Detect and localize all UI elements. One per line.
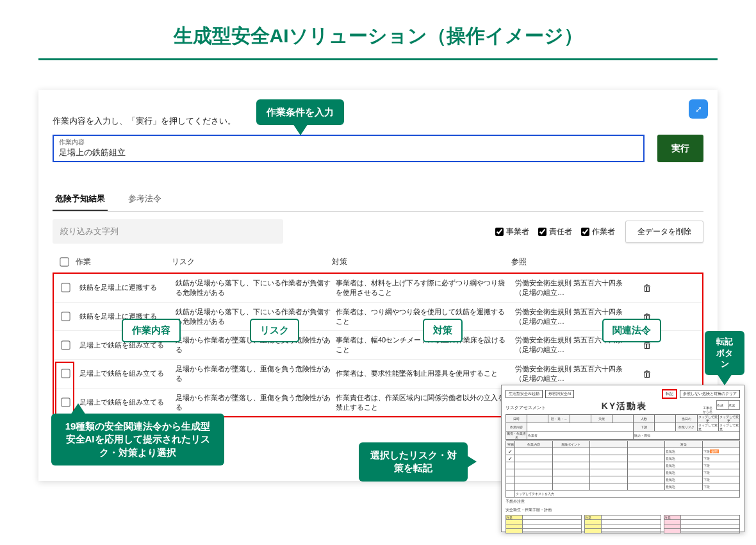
tabs: 危険予知結果 参考法令 <box>53 188 703 212</box>
col-label-measure: 対策 <box>423 319 463 342</box>
ky-header-grid: 日時区・発・…天候人数当日のタップして変更タップして変更 作業内容下請作業リスク… <box>505 414 740 440</box>
col-label-task: 作業内容 <box>122 319 181 342</box>
cell-risk: 足場から作業者が墜落し、重傷を負う危険性がある <box>173 393 333 412</box>
ky-bottom-tables: 注意 注意 注意 <box>505 515 740 533</box>
col-ref: 参照 <box>511 256 633 267</box>
ky-btn-clear[interactable]: 参照しない危険と対策のクリア <box>680 390 740 398</box>
ky-free-label: 予想外注意 <box>505 499 740 505</box>
callout-input: 作業条件を入力 <box>256 99 344 125</box>
table-row: 鉄筋を足場上に運搬する 鉄筋が足場から落下し、下にいる作業者が負傷する危険性があ… <box>54 274 702 302</box>
ky-btn-2[interactable]: 形容詞安全AI <box>545 390 575 398</box>
col-measure: 対策 <box>332 256 511 267</box>
col-task: 作業 <box>76 256 172 267</box>
row-checkbox[interactable] <box>61 283 70 292</box>
trash-icon[interactable]: 🗑 <box>634 283 660 293</box>
filter-manager[interactable]: 責任者 <box>538 226 572 237</box>
cell-task: 足場上で鉄筋を組み立てる <box>77 398 173 407</box>
cell-risk: 足場から作業者が墜落し、重傷を負う危険性がある <box>173 364 333 383</box>
callout-transfer-text: 選択したリスク・対策を転記 <box>370 449 457 473</box>
cell-task: 鉄筋を足場上に運搬する <box>77 283 173 292</box>
filter-worker[interactable]: 作業者 <box>581 226 615 237</box>
callout-transfer-btn-text: 転記ボタン <box>716 337 733 369</box>
filter-worker-label: 作業者 <box>592 226 615 237</box>
ky-btn-1[interactable]: 生活型安全AI起動 <box>505 390 543 398</box>
task-input-value: 足場上の鉄筋組立 <box>59 147 638 158</box>
cell-measure: 作業責任者は、作業区域内に関係労働者以外の立入を禁止すること <box>333 393 513 412</box>
callout-transfer-btn: 転記ボタン <box>705 331 744 375</box>
ky-btn-transfer[interactable]: 転記 <box>662 389 677 399</box>
col-label-law: 関連法令 <box>602 319 661 342</box>
ky-subtitle: リスクアセスメント <box>505 405 546 411</box>
page-title: 生成型安全AIソリューション（操作イメージ） <box>0 0 756 58</box>
execute-button[interactable]: 実行 <box>657 135 703 162</box>
cell-measure: 作業者は、要求性能墜落制止用器具を使用すること <box>333 369 513 378</box>
cell-task: 足場上で鉄筋を組み立てる <box>77 369 173 378</box>
cell-ref: 労働安全衛生規則 第五百六十四条（足場の組立… <box>513 364 634 383</box>
row-checkbox[interactable] <box>61 312 70 321</box>
tab-laws[interactable]: 参考法令 <box>126 188 164 211</box>
filter-manager-label: 責任者 <box>549 226 572 237</box>
callout-select-text: 19種類の安全関連法令から生成型安全AIを応用して提示されたリスク・対策より選択 <box>65 421 211 458</box>
instruction-text: 作業内容を入力し、「実行」を押してください。 <box>53 115 703 127</box>
select-all-checkbox[interactable] <box>60 257 69 266</box>
cell-ref: 労働安全衛生規則 第五百六十四条（足場の組立… <box>513 278 634 298</box>
table-row: 足場上で鉄筋を組み立てる 足場から作業者が墜落し、重傷を負う危険性がある 作業者… <box>54 359 702 388</box>
callout-input-text: 作業条件を入力 <box>267 106 334 117</box>
callout-select: 19種類の安全関連法令から生成型安全AIを応用して提示されたリスク・対策より選択 <box>51 414 224 465</box>
col-label-risk: リスク <box>250 319 299 342</box>
trash-icon[interactable]: 🗑 <box>634 369 660 379</box>
row-checkbox[interactable] <box>61 398 70 407</box>
filter-input[interactable]: 絞り込み文字列 <box>53 219 283 244</box>
task-input-label: 作業内容 <box>59 138 638 147</box>
table-header: 作業 リスク 対策 参照 <box>53 253 703 271</box>
cell-risk: 鉄筋が足場から落下し、下にいる作業者が負傷する危険性がある <box>173 278 333 298</box>
ky-sheet-preview: 生活型安全AI起動 形容詞安全AI 転記 参照しない危険と対策のクリア リスクア… <box>501 385 744 532</box>
tab-results[interactable]: 危険予知結果 <box>53 188 108 211</box>
ky-body-grid: 実施作業内容危険ポイント対策 意気込下段参照 意気込下段 意気込下段 意気込下段… <box>505 440 740 498</box>
delete-all-button[interactable]: 全データを削除 <box>625 221 703 243</box>
expand-icon[interactable]: ⤢ <box>689 99 708 119</box>
row-checkbox[interactable] <box>61 340 70 349</box>
ky-title: KY活動表 <box>550 401 699 412</box>
task-input[interactable]: 作業内容 足場上の鉄筋組立 <box>53 135 645 162</box>
ky-note-label: 安全衛生・作業手順・計画 <box>505 507 740 513</box>
cell-measure: 事業者は、材料を上げ下ろす際に必ずつり綱やつり袋を使用させること <box>333 278 513 298</box>
title-underline <box>38 58 718 60</box>
role-filter-group: 事業者 責任者 作業者 <box>495 226 615 237</box>
filter-company[interactable]: 事業者 <box>495 226 529 237</box>
filter-company-label: 事業者 <box>506 226 529 237</box>
row-checkbox[interactable] <box>61 369 70 378</box>
callout-transfer: 選択したリスク・対策を転記 <box>359 442 468 482</box>
col-risk: リスク <box>172 256 332 267</box>
